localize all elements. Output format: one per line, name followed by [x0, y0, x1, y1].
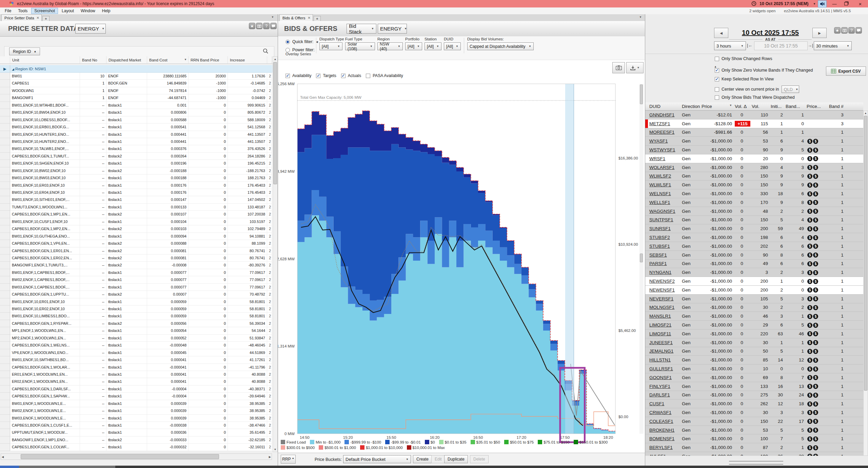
interval-select[interactable]: 30 minutes▼	[814, 41, 852, 50]
table-row[interactable]: BW01,ENOF,10,TALWB1,ENOF,... -- tbslack1…	[0, 145, 273, 152]
group-by-region-button[interactable]: Region ID▲	[9, 48, 40, 55]
as-at-datetime[interactable]: 10 Oct 2025 17:55	[729, 29, 812, 37]
bid-row[interactable]: WOLARSF1 Gen -$1,000.00 0 280 4 3 $$ 1	[645, 163, 863, 172]
table-row[interactable]: BW01,ENOF,10,ER01,ENOF,10 -- tbslack1 0.…	[0, 298, 273, 305]
duid-link[interactable]: JUNEESF1	[648, 340, 680, 345]
bid-row[interactable]: BERYLSF1 Gen -$1,000.00 0 87 2 1 $$ 1	[645, 443, 863, 452]
bid-row[interactable]: BROKENH1 Gen -$1,000.00 0 53 5 5 $$ 1	[645, 426, 863, 435]
quick-filter-radio[interactable]: Quick filter:◀	[285, 39, 318, 44]
duid-link[interactable]: PARSF1	[648, 261, 680, 266]
option-checkbox[interactable]: Only Show Bids That Were Dispatched	[715, 95, 795, 100]
bid-row[interactable]: STUBSF1 Gen -$1,000.00 0 202 6 6 $$ 1	[645, 242, 863, 251]
bid-row[interactable]: METZSF1 Gen -$128.00 +115 115 1 0 3	[645, 119, 863, 128]
table-row[interactable]: CAPBES1,BDOF,GEN,1,DARLSF... -- tbslack1…	[0, 386, 273, 393]
bid-row[interactable]: COLEASF1 Gen -$1,000.00 0 150 22 17 $$ 1	[645, 417, 863, 426]
col-initi-[interactable]: Initi...	[769, 102, 784, 110]
tab-overflow-icon[interactable]: ▼	[639, 16, 642, 19]
table-row[interactable]: CAPBES1,BDOF,GEN,1,ER02,EN... -- tbslack…	[0, 255, 273, 262]
help-icon[interactable]: ?	[263, 23, 270, 29]
table-row[interactable]: BANGOWF1,ENOF,1,TUMUT3,... -- tbslack2 -…	[0, 262, 273, 269]
option-checkbox[interactable]: ✓Keep Selected Row In View	[715, 77, 774, 81]
duid-link[interactable]: NEWENSF1	[648, 287, 680, 293]
prev-period-button[interactable]: ◀	[714, 28, 728, 38]
duid-link[interactable]: METZSF1	[648, 121, 680, 126]
table-row[interactable]: BANGOWF1 1 ENOF -44.687471 -1000 0.04469…	[0, 94, 273, 101]
table-row[interactable]: BW01,ENOF,10,ER02,ENOF,10 -- tbslack1 0.…	[0, 305, 273, 313]
table-row[interactable]: BW01,ENOF,10,ER03,ENOF,10 -- tbslack1 0.…	[0, 182, 273, 189]
duid-link[interactable]: COLEASF1	[648, 419, 680, 424]
duid-link[interactable]: BOMENSF1	[648, 436, 680, 441]
duid-link[interactable]: MOREESF1	[648, 130, 680, 135]
table-row[interactable]: CAPBES1,BDOF,GEN,1,CUSF1,E... -- tbslack…	[0, 422, 273, 429]
table-row[interactable]: CAPBES1,BDOF,GEN,1,COLWF... -- tbslack1 …	[0, 444, 273, 451]
table-row[interactable]: CAPBES1,BDOF,GEN,1,MP2,EN... -- tbslack2…	[0, 225, 273, 232]
rrp-toggle-button[interactable]: RRP▲	[281, 455, 296, 464]
feedback-icon[interactable]	[855, 27, 862, 34]
bid-row[interactable]: MOLNGSF1 Gen -$1,000.00 0 30 2 2 $$ 1	[645, 303, 863, 312]
table-row[interactable]: BW03,ENOF,1,WOODLWN1,E... -- tbslack1 0.…	[0, 415, 273, 422]
duid-link[interactable]: WRSF1	[648, 156, 680, 161]
table-row[interactable]: BW01,ENOF,10,ERB01,BDOF,G... -- tbslack1…	[0, 124, 273, 131]
duid-link[interactable]: CUSF1	[648, 401, 680, 406]
table-row[interactable]: BW01,ENOF,10,LIMBESS1,BDO... -- tbslack1…	[0, 313, 273, 320]
duid-link[interactable]: GNNDHSF1	[648, 112, 680, 117]
menu-window[interactable]: Window	[78, 8, 98, 14]
option-checkbox[interactable]: Only Show Changed Rows	[715, 56, 772, 61]
bid-row[interactable]: WLWLSF2 Gen -$1,000.00 0 150 9 9 $$ 1	[645, 172, 863, 181]
table-row[interactable]: CAPBES1,BDOF,GEN,1,MP1,EN... -- tbslack2…	[0, 211, 273, 218]
tab-close-icon[interactable]: ✕	[37, 16, 39, 20]
bid-row[interactable]: JUNEESF1 Gen -$1,000.00 0 30 1 1 $$ 1	[645, 338, 863, 347]
display-bid-volumes-select[interactable]: Capped at Dispatch Availability▼	[467, 42, 534, 50]
filter-select-region[interactable]: NSW (40)▼	[377, 42, 403, 50]
duid-link[interactable]: WOLARSF1	[648, 165, 680, 170]
table-row[interactable]: ER02,ENOF,1,WOODLWN1,EN... -- tbslack1 0…	[0, 378, 273, 385]
filter-select-dispatch-type[interactable]: [All]▼	[319, 42, 342, 50]
bid-row[interactable]: NEWENSF1 Gen -$1,000.00 0 200 2 0 $$ 1	[645, 286, 863, 295]
chart-scrollbar[interactable]	[639, 84, 644, 434]
bid-stack-chart[interactable]: Total Gen Max Capacity: 5,006 MW0 MW1,31…	[278, 60, 645, 443]
col-band-[interactable]: Band #	[828, 102, 857, 110]
duid-link[interactable]: GULLRSF1	[648, 366, 680, 371]
bid-row[interactable]: LIMOSF11 Gen -$1,000.00 0 220 63 46 $$ 1	[645, 330, 863, 338]
table-row[interactable]: CAPBES1,BDOF,GEN,1,WOLAR... -- tbslack1 …	[0, 364, 273, 371]
minimize-button[interactable]: —	[830, 1, 839, 7]
table-row[interactable]: BW01,ENOF,10,ER04,ENOF,10 -- tbslack1 0.…	[0, 189, 273, 196]
right-vertical-scrollbar[interactable]: ▲	[863, 111, 868, 456]
col-band-[interactable]: Band...	[784, 102, 805, 110]
col-duid[interactable]: DUID	[648, 102, 680, 110]
duid-link[interactable]: MANSLR1	[648, 314, 680, 319]
duid-link[interactable]: LIMOSF11	[648, 331, 680, 336]
table-row[interactable]: BW02,ENOF,1,WOODLWN1,E... -- tbslack1 0.…	[0, 407, 273, 414]
edit-bucket-button[interactable]: Edit	[431, 455, 445, 463]
duid-link[interactable]: WAGGNSF1	[648, 209, 680, 214]
bid-row[interactable]: WLWLSF1 Gen -$1,000.00 0 150 9 9 $$ 1	[645, 181, 863, 189]
col-dispatched-market[interactable]: Dispatched Market	[106, 56, 147, 63]
table-row[interactable]: CAPBES1,BDOF,GEN,1,UPPTU... -- tbslack2 …	[0, 291, 273, 298]
bid-row[interactable]: GULLRSF1 Gen -$1,000.00 0 10 0 0 $$ 1	[645, 364, 863, 373]
duid-link[interactable]: DARLSF1	[648, 392, 680, 397]
bid-row[interactable]: WELLSF1 Gen -$1,000.00 0 170 9 8 $$ 1	[645, 198, 863, 207]
bid-row[interactable]: GOONSF1 Gen -$1,000.00 0 69 8 7 $$ 1	[645, 373, 863, 382]
col-rrn-band-price[interactable]: RRN Band Price	[189, 56, 228, 63]
table-row[interactable]: VP6,ENOF,1,WOODLWN1,ENO... -- tbslack1 0…	[0, 349, 273, 356]
table-row[interactable]: BW03,ENOF,1,CAPBES1,BDOF,... -- tbslack1…	[0, 284, 273, 291]
left-market-select[interactable]: ENERGY▼	[75, 24, 106, 34]
menu-screenshot[interactable]: Screenshot	[31, 8, 58, 14]
table-row[interactable]: BW01,ENOF,10,BW03,ENOF,10 -- tbslack1 0.…	[0, 174, 273, 182]
bid-row[interactable]: PARSF1 Gen -$1,000.00 0 49 6 6 $$ 1	[645, 260, 863, 268]
col-increase[interactable]: Increase	[228, 56, 267, 63]
table-row[interactable]: BW01,ENOF,10,CUSF1,ENOF,10 -- tbslack1 0…	[0, 218, 273, 225]
mid-market-select[interactable]: ENERGY▼	[378, 24, 407, 34]
bid-row[interactable]: HILLSTN1 Gen -$1,000.00 0 85 14 12 $$ 1	[645, 356, 863, 364]
filter-select-station[interactable]: [All]▼	[425, 42, 441, 50]
duid-link[interactable]: WLWLSF1	[648, 182, 680, 187]
favorite-icon[interactable]: ★	[249, 23, 255, 29]
table-row[interactable]: BW01,ENOF,1,CAPBES1,BDOF,... -- tbslack1…	[0, 269, 273, 276]
bid-row[interactable]: SEBSF1 Gen -$1,000.00 0 90 8 6 $$ 1	[645, 251, 863, 260]
left-vertical-scrollbar[interactable]: ▲ ▼	[273, 56, 278, 452]
duid-link[interactable]: FINLYSF1	[648, 384, 680, 389]
left-horizontal-scrollbar[interactable]: ◀ ▶	[1, 453, 272, 460]
table-row[interactable]: BW01,ENOF,10,WTAHB1,BDOF... -- tbslack1 …	[0, 102, 273, 109]
restore-button[interactable]	[842, 1, 850, 7]
duid-link[interactable]: SUNTPSF1	[648, 217, 680, 222]
